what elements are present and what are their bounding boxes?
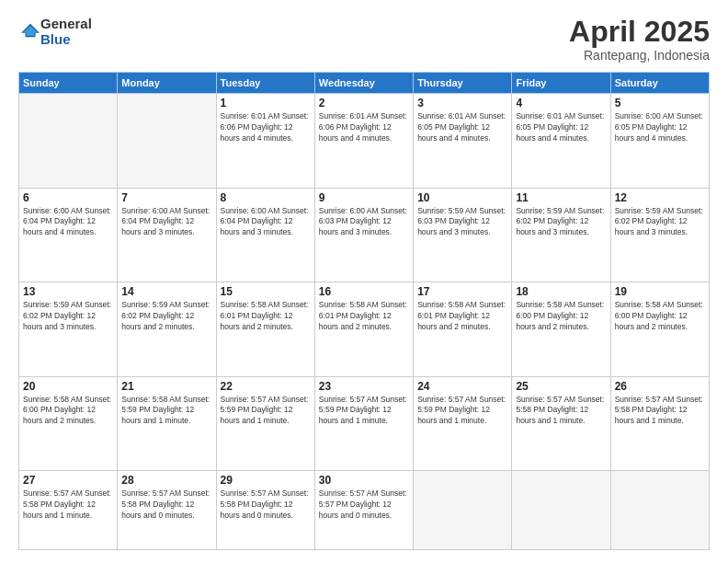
day-detail: Sunrise: 5:57 AM Sunset: 5:59 PM Dayligh… — [319, 395, 409, 428]
day-detail: Sunrise: 6:00 AM Sunset: 6:05 PM Dayligh… — [615, 111, 705, 144]
day-number: 29 — [221, 474, 311, 487]
day-number: 20 — [23, 380, 113, 393]
table-row: 30Sunrise: 5:57 AM Sunset: 5:57 PM Dayli… — [314, 471, 413, 550]
day-number: 4 — [516, 97, 606, 109]
header-wednesday: Wednesday — [314, 73, 413, 94]
day-detail: Sunrise: 5:59 AM Sunset: 6:03 PM Dayligh… — [417, 206, 507, 239]
day-number: 27 — [23, 474, 113, 487]
table-row: 28Sunrise: 5:57 AM Sunset: 5:58 PM Dayli… — [118, 471, 216, 550]
day-detail: Sunrise: 5:58 AM Sunset: 6:00 PM Dayligh… — [516, 300, 606, 333]
logo-general-text: General — [40, 17, 92, 32]
day-number: 9 — [319, 191, 409, 204]
calendar-location: Rantepang, Indonesia — [569, 48, 710, 63]
day-detail: Sunrise: 5:59 AM Sunset: 6:02 PM Dayligh… — [23, 300, 113, 333]
header-sunday: Sunday — [19, 73, 118, 94]
day-detail: Sunrise: 5:57 AM Sunset: 5:58 PM Dayligh… — [23, 488, 113, 522]
table-row: 15Sunrise: 5:58 AM Sunset: 6:01 PM Dayli… — [216, 282, 314, 377]
day-number: 8 — [221, 191, 311, 204]
table-row: 9Sunrise: 6:00 AM Sunset: 6:03 PM Daylig… — [314, 188, 413, 282]
day-detail: Sunrise: 5:58 AM Sunset: 6:01 PM Dayligh… — [417, 300, 507, 333]
day-detail: Sunrise: 5:59 AM Sunset: 6:02 PM Dayligh… — [121, 300, 211, 333]
logo-blue-text: Blue — [40, 32, 92, 48]
day-detail: Sunrise: 6:01 AM Sunset: 6:06 PM Dayligh… — [319, 111, 409, 144]
table-row — [118, 94, 216, 189]
day-detail: Sunrise: 5:57 AM Sunset: 5:59 PM Dayligh… — [417, 395, 507, 428]
day-number: 21 — [121, 380, 211, 393]
table-row: 21Sunrise: 5:58 AM Sunset: 5:59 PM Dayli… — [118, 376, 216, 471]
header-tuesday: Tuesday — [216, 73, 314, 94]
table-row: 10Sunrise: 5:59 AM Sunset: 6:03 PM Dayli… — [414, 188, 512, 282]
day-detail: Sunrise: 5:59 AM Sunset: 6:02 PM Dayligh… — [516, 206, 606, 239]
title-block: April 2025 Rantepang, Indonesia — [569, 17, 710, 63]
day-number: 23 — [319, 380, 409, 393]
table-row — [414, 471, 512, 550]
day-detail: Sunrise: 6:01 AM Sunset: 6:05 PM Dayligh… — [417, 111, 507, 144]
logo: General Blue — [18, 17, 92, 47]
table-row: 27Sunrise: 5:57 AM Sunset: 5:58 PM Dayli… — [19, 471, 118, 550]
day-detail: Sunrise: 5:58 AM Sunset: 6:01 PM Dayligh… — [221, 300, 311, 333]
table-row: 19Sunrise: 5:58 AM Sunset: 6:00 PM Dayli… — [610, 282, 709, 377]
day-detail: Sunrise: 5:57 AM Sunset: 5:58 PM Dayligh… — [516, 395, 606, 428]
day-number: 22 — [221, 380, 311, 393]
day-detail: Sunrise: 5:57 AM Sunset: 5:58 PM Dayligh… — [121, 488, 211, 522]
page-header: General Blue April 2025 Rantepang, Indon… — [18, 17, 710, 63]
day-number: 17 — [417, 285, 507, 298]
table-row: 11Sunrise: 5:59 AM Sunset: 6:02 PM Dayli… — [512, 188, 610, 282]
table-row: 1Sunrise: 6:01 AM Sunset: 6:06 PM Daylig… — [216, 94, 314, 189]
table-row: 8Sunrise: 6:00 AM Sunset: 6:04 PM Daylig… — [216, 188, 314, 282]
day-number: 13 — [23, 285, 113, 298]
table-row: 3Sunrise: 6:01 AM Sunset: 6:05 PM Daylig… — [414, 94, 512, 189]
day-number: 10 — [417, 191, 507, 204]
table-row: 26Sunrise: 5:57 AM Sunset: 5:58 PM Dayli… — [610, 376, 709, 471]
day-detail: Sunrise: 5:57 AM Sunset: 5:58 PM Dayligh… — [221, 488, 311, 522]
day-detail: Sunrise: 6:00 AM Sunset: 6:04 PM Dayligh… — [221, 206, 311, 239]
day-number: 7 — [121, 191, 211, 204]
day-detail: Sunrise: 6:00 AM Sunset: 6:04 PM Dayligh… — [121, 206, 211, 239]
calendar-header-row: Sunday Monday Tuesday Wednesday Thursday… — [19, 73, 710, 94]
day-number: 19 — [615, 285, 705, 298]
table-row: 18Sunrise: 5:58 AM Sunset: 6:00 PM Dayli… — [512, 282, 610, 377]
table-row: 2Sunrise: 6:01 AM Sunset: 6:06 PM Daylig… — [314, 94, 413, 189]
table-row: 7Sunrise: 6:00 AM Sunset: 6:04 PM Daylig… — [118, 188, 216, 282]
day-number: 30 — [319, 474, 409, 487]
table-row: 5Sunrise: 6:00 AM Sunset: 6:05 PM Daylig… — [610, 94, 709, 189]
calendar-title: April 2025 — [569, 17, 710, 46]
table-row: 14Sunrise: 5:59 AM Sunset: 6:02 PM Dayli… — [118, 282, 216, 377]
day-number: 3 — [417, 97, 507, 109]
day-detail: Sunrise: 5:59 AM Sunset: 6:02 PM Dayligh… — [615, 206, 705, 239]
logo-icon — [20, 20, 40, 40]
day-number: 16 — [319, 285, 409, 298]
table-row: 6Sunrise: 6:00 AM Sunset: 6:04 PM Daylig… — [19, 188, 118, 282]
day-number: 1 — [221, 97, 311, 109]
day-detail: Sunrise: 6:01 AM Sunset: 6:06 PM Dayligh… — [221, 111, 311, 144]
calendar-table: Sunday Monday Tuesday Wednesday Thursday… — [18, 72, 710, 550]
day-detail: Sunrise: 6:01 AM Sunset: 6:05 PM Dayligh… — [516, 111, 606, 144]
day-detail: Sunrise: 6:00 AM Sunset: 6:04 PM Dayligh… — [23, 206, 113, 239]
day-number: 15 — [221, 285, 311, 298]
table-row: 13Sunrise: 5:59 AM Sunset: 6:02 PM Dayli… — [19, 282, 118, 377]
day-detail: Sunrise: 5:58 AM Sunset: 6:01 PM Dayligh… — [319, 300, 409, 333]
day-detail: Sunrise: 5:58 AM Sunset: 5:59 PM Dayligh… — [121, 395, 211, 428]
day-number: 28 — [121, 474, 211, 487]
day-number: 14 — [121, 285, 211, 298]
header-monday: Monday — [118, 73, 216, 94]
table-row — [19, 94, 118, 189]
day-number: 18 — [516, 285, 606, 298]
table-row: 20Sunrise: 5:58 AM Sunset: 6:00 PM Dayli… — [19, 376, 118, 471]
day-number: 6 — [23, 191, 113, 204]
table-row: 23Sunrise: 5:57 AM Sunset: 5:59 PM Dayli… — [314, 376, 413, 471]
table-row: 22Sunrise: 5:57 AM Sunset: 5:59 PM Dayli… — [216, 376, 314, 471]
table-row: 24Sunrise: 5:57 AM Sunset: 5:59 PM Dayli… — [414, 376, 512, 471]
header-thursday: Thursday — [414, 73, 512, 94]
table-row: 25Sunrise: 5:57 AM Sunset: 5:58 PM Dayli… — [512, 376, 610, 471]
table-row — [610, 471, 709, 550]
day-detail: Sunrise: 6:00 AM Sunset: 6:03 PM Dayligh… — [319, 206, 409, 239]
day-detail: Sunrise: 5:57 AM Sunset: 5:58 PM Dayligh… — [615, 395, 705, 428]
day-detail: Sunrise: 5:57 AM Sunset: 5:57 PM Dayligh… — [319, 488, 409, 522]
day-number: 2 — [319, 97, 409, 109]
day-number: 5 — [615, 97, 705, 109]
day-number: 24 — [417, 380, 507, 393]
table-row: 29Sunrise: 5:57 AM Sunset: 5:58 PM Dayli… — [216, 471, 314, 550]
day-number: 11 — [516, 191, 606, 204]
table-row: 17Sunrise: 5:58 AM Sunset: 6:01 PM Dayli… — [414, 282, 512, 377]
